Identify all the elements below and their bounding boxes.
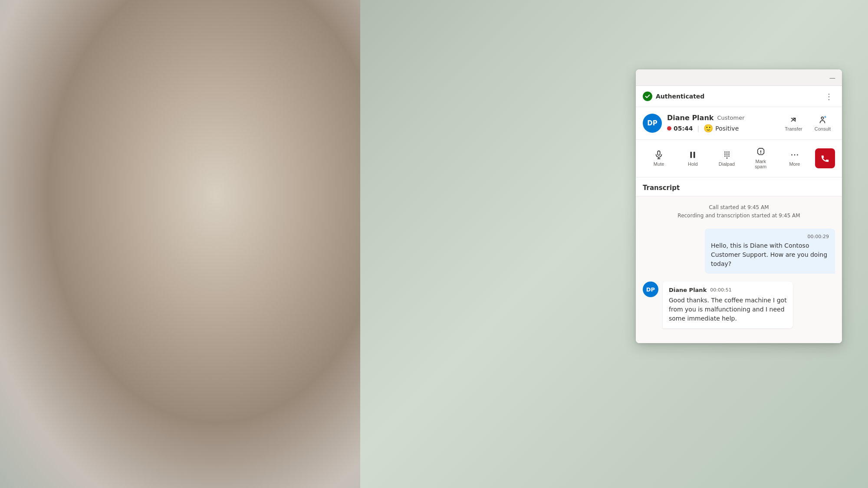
transcript-start-time: Call started at 9:45 AM [643,203,835,212]
customer-message-time: 00:00:29 [711,234,829,239]
transfer-icon [789,115,798,124]
contact-avatar: DP [643,114,662,133]
svg-point-13 [724,155,726,157]
call-indicator: 05:44 [667,125,693,132]
mute-button[interactable]: Mute [643,147,675,170]
svg-point-9 [728,151,730,153]
auth-status: Authenticated [643,92,704,101]
transcript-title: Transcript [643,184,680,192]
svg-point-16 [726,157,727,159]
mute-label: Mute [654,161,664,167]
more-button[interactable]: More [779,147,811,170]
transcript-body: Call started at 9:45 AM Recording and tr… [636,197,842,343]
checkmark-icon [644,93,651,99]
svg-rect-6 [694,152,695,158]
svg-point-11 [726,154,727,155]
consult-button[interactable]: Consult [810,112,835,134]
call-time: 05:44 [674,125,693,132]
mute-icon [654,150,664,160]
minimize-button[interactable]: — [828,73,837,82]
consult-label: Consult [815,126,831,131]
contact-name: Diane Plank [667,114,713,122]
auth-check-icon [643,92,652,101]
dialpad-button[interactable]: Dialpad [710,147,743,170]
agent-bubble: Diane Plank 00:00:51 Good thanks. The co… [663,282,793,328]
sentiment: 🙂 Positive [704,124,739,133]
svg-rect-5 [690,152,692,158]
svg-point-0 [822,117,824,120]
svg-point-12 [728,154,730,155]
person-photo [0,0,360,488]
call-status-row: 05:44 | 🙂 Positive [667,124,775,133]
more-icon [790,150,799,160]
svg-point-18 [760,153,761,154]
hold-label: Hold [688,161,698,167]
agent-message-time: 00:00:51 [710,287,731,293]
call-controls: Mute Hold Dialpad [636,140,842,177]
agent-message-text: Good thanks. The coffee machine I got fr… [669,296,787,323]
contact-bar: DP Diane Plank Customer 05:44 | 🙂 Positi… [636,107,842,140]
contact-info: Diane Plank Customer 05:44 | 🙂 Positive [667,114,775,133]
auth-bar: Authenticated ⋮ [636,86,842,107]
sentiment-text: Positive [715,125,739,132]
hold-icon [688,150,697,160]
separator: | [697,125,700,132]
transcript-meta: Call started at 9:45 AM Recording and tr… [643,203,835,220]
transfer-label: Transfer [785,126,802,131]
contact-name-row: Diane Plank Customer [667,114,775,122]
svg-point-19 [791,154,792,156]
transcript-recording-start: Recording and transcription started at 9… [643,212,835,220]
transfer-button[interactable]: Transfer [780,112,807,134]
mark-spam-label: Mark spam [751,159,771,169]
svg-point-10 [724,154,726,155]
agent-message: DP Diane Plank 00:00:51 Good thanks. The… [643,282,835,328]
recording-dot [667,126,671,131]
more-label: More [789,161,800,167]
svg-point-7 [724,151,726,153]
customer-bubble: 00:00:29 Hello, this is Diane with Conto… [705,229,835,274]
svg-point-21 [797,154,798,156]
auth-more-button[interactable]: ⋮ [823,90,835,102]
dialpad-label: Dialpad [719,161,735,167]
customer-message: 00:00:29 Hello, this is Diane with Conto… [643,229,835,274]
svg-point-20 [794,154,796,156]
customer-message-text: Hello, this is Diane with Contoso Custom… [711,241,829,269]
agent-avatar: DP [643,282,658,297]
title-bar: — [636,69,842,86]
svg-rect-2 [658,151,660,155]
sentiment-icon: 🙂 [704,124,713,133]
svg-point-15 [728,155,730,157]
hold-button[interactable]: Hold [677,147,709,170]
mark-spam-icon [756,147,766,157]
call-panel: — Authenticated ⋮ DP Diane Plank Custome… [636,69,842,343]
end-call-button[interactable] [815,148,835,168]
consult-icon [818,115,827,124]
svg-point-14 [726,155,727,157]
end-call-icon [820,154,830,163]
agent-name: Diane Plank [669,287,707,293]
dialpad-icon [722,150,732,160]
mark-spam-button[interactable]: Mark spam [745,144,777,173]
agent-bubble-header: Diane Plank 00:00:51 [669,287,787,293]
transcript-header: Transcript [636,177,842,197]
svg-point-8 [726,151,727,153]
auth-text: Authenticated [656,93,704,100]
contact-actions: Transfer Consult [780,112,835,134]
contact-role: Customer [717,115,744,121]
